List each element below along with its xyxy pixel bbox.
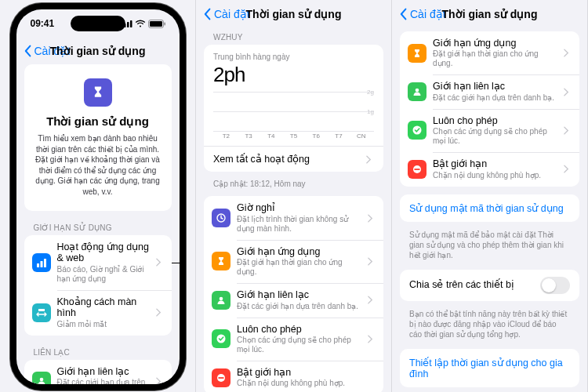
svg-point-10 <box>39 378 43 382</box>
row-screen-distance[interactable]: Khoảng cách màn hìnhGiảm mỏi mắt <box>24 290 172 336</box>
row-sub: Đặt lịch trình thời gian không sử dụng m… <box>237 215 361 234</box>
row-sub: Báo cáo, Giờ nghỉ & Giới hạn ứng dụng <box>57 265 150 284</box>
back-label: Cài đặt <box>214 8 250 20</box>
chevron-right-icon <box>156 308 164 317</box>
row-label: Giới hạn liên lạc <box>57 366 150 377</box>
nav-bar: Cài đặt Thời gian sử dụng <box>16 38 180 64</box>
check-icon <box>408 121 426 140</box>
svg-rect-7 <box>37 263 39 267</box>
status-time: 09:41 <box>31 18 55 29</box>
see-all-activity[interactable]: Xem tất cả hoạt động <box>204 146 383 172</box>
nav-bar: Cài đặt Thời gian sử dụng <box>196 0 391 28</box>
usage-chart: 2g 1g <box>213 92 374 131</box>
svg-rect-5 <box>150 21 162 27</box>
use-passcode-button[interactable]: Sử dụng mật mã thời gian sử dụng <box>400 194 579 222</box>
setup-family-button[interactable]: Thiết lập thời gian sử dụng cho gia đình <box>400 349 579 387</box>
clock-icon <box>212 209 230 227</box>
row-app-web-activity[interactable]: Hoạt động ứng dụng & webBáo cáo, Giờ ngh… <box>24 235 172 290</box>
activity-panel: Cài đặt Thời gian sử dụng WZHUY Trung bì… <box>196 0 392 392</box>
intro-title: Thời gian sử dụng <box>34 114 162 129</box>
chevron-right-icon <box>564 49 572 57</box>
row-label: Luôn cho phép <box>433 115 557 126</box>
row-app-limits[interactable]: Giới hạn ứng dụngĐặt giới hạn thời gian … <box>204 240 383 283</box>
passcode-note: Sử dụng mật mã để bảo mật cài đặt Thời g… <box>400 230 579 270</box>
pointer-line <box>172 263 180 263</box>
row-label: Hoạt động ứng dụng & web <box>57 241 150 264</box>
row-downtime[interactable]: Giờ nghỉĐặt lịch trình thời gian không s… <box>204 196 383 239</box>
updated-label: Cập nhật: 18:12, Hôm nay <box>204 180 383 196</box>
share-note: Bạn có thể bật tính năng này trên bất kỳ… <box>400 309 579 349</box>
svg-point-14 <box>220 297 223 301</box>
group-label-usage: GIỚI HẠN SỬ DỤNG <box>24 219 172 235</box>
row-sub: Đặt các giới hạn dựa trên danh bạ. <box>237 302 361 311</box>
row-communication-limits[interactable]: Giới hạn liên lạcĐặt các giới hạn dựa tr… <box>204 283 383 317</box>
chevron-left-icon <box>23 45 34 57</box>
settings-panel: Cài đặt Thời gian sử dụng Giới hạn ứng d… <box>392 0 588 392</box>
row-sub: Đặt giới hạn thời gian cho ứng dụng. <box>433 49 557 68</box>
chevron-right-icon <box>564 88 572 96</box>
chevron-right-icon <box>368 335 376 343</box>
phone-frame: 09:41 Cài đặt Thời gian sử dụng Thời gia… <box>10 3 186 390</box>
row-label: Khoảng cách màn hình <box>57 296 150 319</box>
row-label: Bật giới hạn <box>237 367 376 378</box>
svg-rect-17 <box>219 377 224 379</box>
no-entry-icon <box>408 160 426 179</box>
avg-value: 2ph <box>213 63 374 87</box>
row-sub: Chọn các ứng dụng sẽ cho phép mọi lúc. <box>433 127 557 146</box>
row-sub: Chặn nội dung không phù hợp. <box>433 171 557 180</box>
back-button[interactable]: Cài đặt <box>202 8 250 20</box>
chart-icon <box>32 253 51 272</box>
row-label: Giới hạn liên lạc <box>433 81 557 92</box>
check-icon <box>212 329 230 348</box>
svg-point-18 <box>416 89 419 93</box>
nav-bar: Cài đặt Thời gian sử dụng <box>392 0 587 28</box>
no-entry-icon <box>212 368 230 387</box>
svg-rect-6 <box>164 22 165 25</box>
row-sub: Chọn các ứng dụng sẽ cho phép mọi lúc. <box>237 336 361 354</box>
svg-rect-8 <box>40 261 42 267</box>
row-communication-limits[interactable]: Giới hạn liên lạcĐặt các giới hạn dựa tr… <box>24 360 172 385</box>
row-content-restrictions[interactable]: Bật giới hạnChặn nội dung không phù hợp. <box>400 152 579 186</box>
contact-icon <box>212 291 230 310</box>
back-label: Cài đặt <box>410 8 446 20</box>
row-sub: Đặt giới hạn thời gian cho ứng dụng. <box>237 258 361 277</box>
chevron-right-icon <box>368 296 376 304</box>
row-app-limits[interactable]: Giới hạn ứng dụngĐặt giới hạn thời gian … <box>400 31 579 74</box>
chevron-right-icon <box>564 126 572 135</box>
chevron-left-icon <box>398 8 409 20</box>
row-communication-limits[interactable]: Giới hạn liên lạcĐặt các giới hạn dựa tr… <box>400 74 579 108</box>
chart-days: T2T3T4T5T6T7CN <box>213 131 374 140</box>
intro-card: Thời gian sử dụng Tìm hiểu xem bạn dành … <box>24 64 172 211</box>
user-label: WZHUY <box>204 28 383 45</box>
ytick: 1g <box>367 108 374 115</box>
chevron-right-icon <box>564 165 572 173</box>
row-always-allowed[interactable]: Luôn cho phépChọn các ứng dụng sẽ cho ph… <box>400 109 579 152</box>
back-button[interactable]: Cài đặt <box>23 45 71 57</box>
svg-rect-3 <box>130 20 132 27</box>
row-label: Bật giới hạn <box>433 158 557 169</box>
share-across-devices-toggle[interactable]: Chia sẻ trên các thiết bị <box>400 270 579 301</box>
svg-rect-2 <box>127 22 129 27</box>
wifi-icon <box>135 20 146 27</box>
switch-off-icon[interactable] <box>540 277 570 294</box>
chevron-left-icon <box>202 8 213 20</box>
chevron-right-icon <box>366 155 374 164</box>
distance-icon <box>32 303 51 322</box>
chevron-right-icon <box>368 214 376 223</box>
daily-average-card: Trung bình hàng ngày 2ph 2g 1g T2T3T4T5T… <box>204 45 383 172</box>
see-all-label: Xem tất cả hoạt động <box>213 154 310 165</box>
intro-body: Tìm hiểu xem bạn dành bao nhiêu thời gia… <box>34 133 162 197</box>
row-content-restrictions[interactable]: Bật giới hạnChặn nội dung không phù hợp. <box>204 361 383 392</box>
hourglass-icon <box>212 252 230 270</box>
back-button[interactable]: Cài đặt <box>398 8 446 20</box>
row-label: Giờ nghỉ <box>237 202 361 213</box>
svg-rect-9 <box>44 259 46 267</box>
battery-icon <box>148 20 165 28</box>
hourglass-icon <box>84 78 112 107</box>
row-always-allowed[interactable]: Luôn cho phépChọn các ứng dụng sẽ cho ph… <box>204 318 383 361</box>
row-label: Giới hạn ứng dụng <box>433 38 557 49</box>
avg-label: Trung bình hàng ngày <box>213 53 374 61</box>
row-sub: Đặt các giới hạn dựa trên danh bạ <box>57 378 150 384</box>
back-label: Cài đặt <box>34 45 71 57</box>
svg-rect-21 <box>415 169 420 170</box>
